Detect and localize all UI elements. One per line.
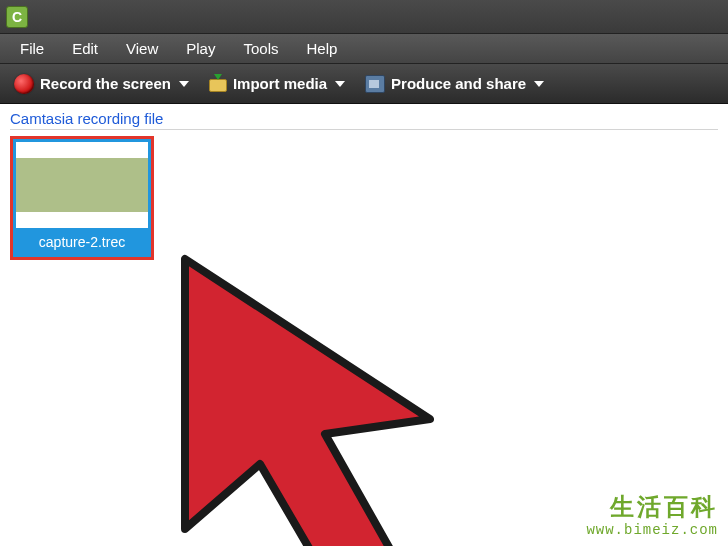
menu-file[interactable]: File [8,36,56,61]
section-label: Camtasia recording file [10,110,718,130]
chevron-down-icon [335,81,345,87]
menu-edit[interactable]: Edit [60,36,110,61]
menu-play[interactable]: Play [174,36,227,61]
menu-view[interactable]: View [114,36,170,61]
menu-help[interactable]: Help [295,36,350,61]
produce-share-button[interactable]: Produce and share [359,71,550,97]
media-bin: Camtasia recording file capture-2.trec [0,104,728,546]
app-icon: C [6,6,28,28]
file-name-label: capture-2.trec [16,228,148,254]
import-media-button[interactable]: Import media [203,71,351,96]
file-thumbnail [16,142,148,228]
file-thumbnail-image [16,158,148,212]
record-screen-button[interactable]: Record the screen [8,70,195,98]
import-label: Import media [233,75,327,92]
record-label: Record the screen [40,75,171,92]
title-bar: C [0,0,728,34]
import-icon [209,76,227,92]
menu-bar: File Edit View Play Tools Help [0,34,728,64]
menu-tools[interactable]: Tools [231,36,290,61]
produce-icon [365,75,385,93]
record-icon [14,74,34,94]
toolbar: Record the screen Import media Produce a… [0,64,728,104]
chevron-down-icon [534,81,544,87]
cursor-arrow-annotation [165,249,495,546]
recording-file-item[interactable]: capture-2.trec [10,136,154,260]
chevron-down-icon [179,81,189,87]
produce-label: Produce and share [391,75,526,92]
